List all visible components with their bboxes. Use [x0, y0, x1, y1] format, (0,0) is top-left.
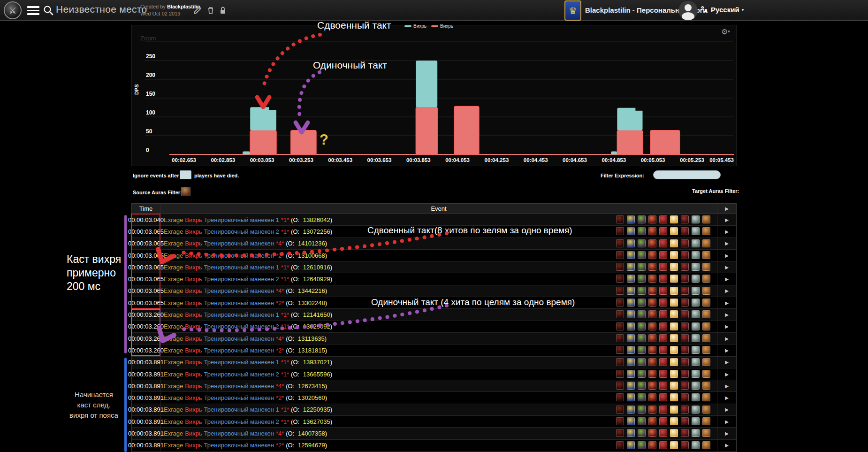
ghost-figure-icon[interactable] [692, 263, 700, 271]
radiant-light-icon[interactable] [670, 215, 678, 223]
crimson-shard-icon[interactable] [659, 215, 667, 223]
target-link[interactable]: Тренировочный манекен 2 [204, 276, 279, 283]
deep-wound-icon[interactable] [681, 275, 689, 283]
radiant-light-icon[interactable] [670, 370, 678, 378]
expand-row-button[interactable]: ▶ [717, 226, 736, 237]
storm-blades-icon[interactable] [702, 263, 710, 271]
spell-link[interactable]: Вихрь [185, 287, 202, 294]
nature-rune-icon[interactable] [638, 227, 646, 235]
expand-row-button[interactable]: ▶ [717, 416, 736, 427]
golden-shield-icon[interactable] [627, 382, 635, 390]
storm-blades-icon[interactable] [702, 275, 710, 283]
spell-link[interactable]: Вихрь [185, 252, 202, 259]
actor-link[interactable]: Exrage [164, 406, 183, 413]
nature-rune-icon[interactable] [638, 275, 646, 283]
deep-wound-icon[interactable] [681, 382, 689, 390]
molten-armor-icon[interactable] [616, 239, 624, 247]
demon-face-icon[interactable] [648, 346, 656, 354]
molten-armor-icon[interactable] [616, 441, 624, 449]
demon-face-icon[interactable] [648, 370, 656, 378]
demon-face-icon[interactable] [648, 287, 656, 295]
demon-face-icon[interactable] [648, 429, 656, 437]
expand-row-button[interactable]: ▶ [717, 309, 736, 320]
storm-blades-icon[interactable] [702, 287, 710, 295]
storm-blades-icon[interactable] [702, 382, 710, 390]
players-died-input[interactable] [180, 170, 191, 179]
golden-shield-icon[interactable] [627, 334, 635, 342]
radiant-light-icon[interactable] [670, 227, 678, 235]
menu-icon[interactable] [27, 6, 39, 15]
ghost-figure-icon[interactable] [692, 299, 700, 306]
radiant-light-icon[interactable] [670, 334, 678, 342]
ghost-figure-icon[interactable] [692, 441, 700, 449]
molten-armor-icon[interactable] [616, 263, 624, 271]
golden-shield-icon[interactable] [627, 227, 635, 235]
target-link[interactable]: Тренировочный манекен [204, 347, 274, 354]
storm-blades-icon[interactable] [702, 251, 710, 259]
crimson-shard-icon[interactable] [659, 406, 667, 414]
molten-armor-icon[interactable] [616, 382, 624, 390]
radiant-light-icon[interactable] [670, 406, 678, 414]
source-aura-item-icon[interactable] [181, 187, 190, 196]
site-logo-icon[interactable]: ⚔ [4, 1, 22, 19]
storm-blades-icon[interactable] [702, 299, 710, 306]
storm-blades-icon[interactable] [702, 370, 710, 378]
deep-wound-icon[interactable] [681, 429, 689, 437]
radiant-light-icon[interactable] [670, 441, 678, 449]
golden-shield-icon[interactable] [627, 275, 635, 283]
deep-wound-icon[interactable] [681, 370, 689, 378]
golden-shield-icon[interactable] [627, 299, 635, 306]
target-link[interactable]: Тренировочный манекен [204, 299, 274, 306]
spell-link[interactable]: Вихрь [185, 228, 202, 235]
spell-link[interactable]: Вихрь [185, 311, 202, 318]
table-row[interactable]: 00:00:03.891 Exrage Вихрь Тренировочный … [132, 392, 736, 404]
table-row[interactable]: 00:00:03.260 Exrage Вихрь Тренировочный … [132, 309, 736, 321]
table-row[interactable]: 00:00:03.065 Exrage Вихрь Тренировочный … [132, 238, 736, 250]
time-column-header[interactable]: Time [132, 204, 160, 214]
spell-link[interactable]: Вихрь [185, 335, 202, 342]
molten-armor-icon[interactable] [616, 370, 624, 378]
nature-rune-icon[interactable] [638, 299, 646, 306]
spell-link[interactable]: Вихрь [185, 430, 202, 437]
ghost-figure-icon[interactable] [692, 227, 700, 235]
radiant-light-icon[interactable] [670, 251, 678, 259]
demon-face-icon[interactable] [648, 393, 656, 401]
crimson-shard-icon[interactable] [659, 322, 667, 330]
chart-settings-button[interactable]: ⚙▾ [721, 27, 730, 36]
actor-link[interactable]: Exrage [164, 359, 183, 366]
deep-wound-icon[interactable] [681, 406, 689, 414]
storm-blades-icon[interactable] [702, 406, 710, 414]
molten-armor-icon[interactable] [616, 429, 624, 437]
nature-rune-icon[interactable] [638, 215, 646, 223]
molten-armor-icon[interactable] [616, 227, 624, 235]
legend-item-whirlwind-red[interactable]: Вихрь [431, 23, 453, 29]
actor-link[interactable]: Exrage [164, 371, 183, 378]
nature-rune-icon[interactable] [638, 382, 646, 390]
expand-row-button[interactable]: ▶ [717, 404, 736, 415]
golden-shield-icon[interactable] [627, 406, 635, 414]
ghost-figure-icon[interactable] [692, 406, 700, 414]
radiant-light-icon[interactable] [670, 299, 678, 306]
crimson-shard-icon[interactable] [659, 287, 667, 295]
crimson-shard-icon[interactable] [659, 358, 667, 366]
language-selector[interactable]: A Русский ▾ [700, 5, 744, 14]
demon-face-icon[interactable] [648, 215, 656, 223]
demon-face-icon[interactable] [648, 251, 656, 259]
actor-link[interactable]: Exrage [164, 323, 183, 330]
golden-shield-icon[interactable] [627, 358, 635, 366]
molten-armor-icon[interactable] [616, 322, 624, 330]
spell-link[interactable]: Вихрь [185, 359, 202, 366]
target-link[interactable]: Тренировочный манекен 2 [204, 323, 279, 330]
nature-rune-icon[interactable] [638, 251, 646, 259]
demon-face-icon[interactable] [648, 417, 656, 425]
crimson-shard-icon[interactable] [659, 441, 667, 449]
target-link[interactable]: Тренировочный манекен 2 [204, 371, 279, 378]
demon-face-icon[interactable] [648, 227, 656, 235]
actor-link[interactable]: Exrage [164, 311, 183, 318]
avatar[interactable] [678, 1, 698, 20]
table-row[interactable]: 00:00:03.891 Exrage Вихрь Тренировочный … [132, 416, 736, 428]
crimson-shard-icon[interactable] [659, 382, 667, 390]
target-link[interactable]: Тренировочный манекен [204, 335, 274, 342]
storm-blades-icon[interactable] [702, 429, 710, 437]
target-link[interactable]: Тренировочный манекен 1 [204, 216, 279, 223]
